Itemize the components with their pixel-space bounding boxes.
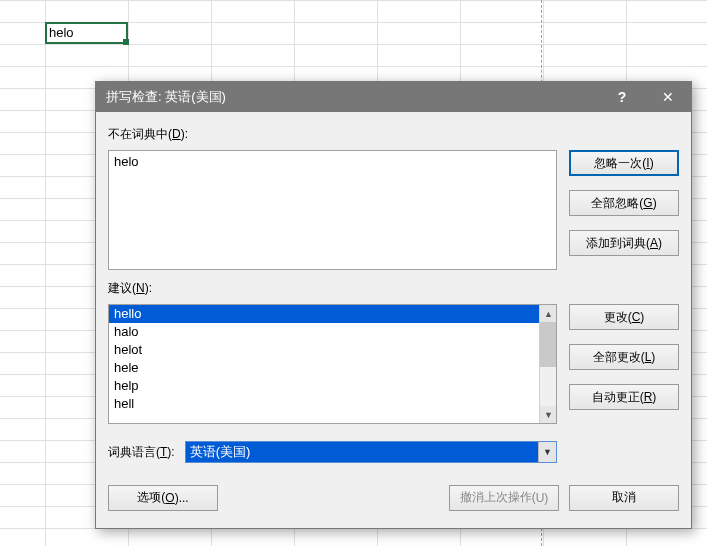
not-in-dictionary-label: 不在词典中(D): <box>108 126 557 146</box>
suggestion-item[interactable]: hell <box>109 395 556 413</box>
suggestion-item[interactable]: hello <box>109 305 556 323</box>
add-to-dictionary-button[interactable]: 添加到词典(A) <box>569 230 679 256</box>
undo-last-button: 撤消上次操作(U) <box>449 485 559 511</box>
change-all-button[interactable]: 全部更改(L) <box>569 344 679 370</box>
dictionary-language-label: 词典语言(T): <box>108 444 175 461</box>
suggestion-item[interactable]: hele <box>109 359 556 377</box>
scroll-down-button[interactable]: ▼ <box>540 406 557 423</box>
suggestions-list[interactable]: hellohalohelothelehelphell ▲ ▼ <box>108 304 557 424</box>
chevron-down-icon[interactable]: ▼ <box>538 442 556 462</box>
dialog-titlebar[interactable]: 拼写检查: 英语(美国) ? ✕ <box>96 82 691 112</box>
fill-handle[interactable] <box>123 39 129 45</box>
help-button[interactable]: ? <box>599 82 645 112</box>
scroll-thumb[interactable] <box>540 322 557 367</box>
ignore-all-button[interactable]: 全部忽略(G) <box>569 190 679 216</box>
suggestions-scrollbar[interactable]: ▲ ▼ <box>539 305 556 423</box>
close-button[interactable]: ✕ <box>645 82 691 112</box>
autocorrect-button[interactable]: 自动更正(R) <box>569 384 679 410</box>
dialog-title: 拼写检查: 英语(美国) <box>106 88 226 106</box>
misspelled-word: helo <box>114 154 139 169</box>
suggestion-item[interactable]: help <box>109 377 556 395</box>
spellcheck-dialog: 拼写检查: 英语(美国) ? ✕ 不在词典中(D): helo 忽略一次(I) … <box>95 81 692 529</box>
scroll-up-button[interactable]: ▲ <box>540 305 557 322</box>
not-in-dictionary-box[interactable]: helo <box>108 150 557 270</box>
active-cell[interactable]: helo <box>45 22 128 44</box>
suggestions-label: 建议(N): <box>108 280 557 300</box>
suggestion-item[interactable]: helot <box>109 341 556 359</box>
change-button[interactable]: 更改(C) <box>569 304 679 330</box>
ignore-once-button[interactable]: 忽略一次(I) <box>569 150 679 176</box>
dictionary-language-select[interactable]: 英语(美国) ▼ <box>185 441 557 463</box>
options-button[interactable]: 选项(O)... <box>108 485 218 511</box>
suggestion-item[interactable]: halo <box>109 323 556 341</box>
dictionary-language-value: 英语(美国) <box>190 443 251 461</box>
active-cell-value: helo <box>49 25 74 40</box>
cancel-button[interactable]: 取消 <box>569 485 679 511</box>
